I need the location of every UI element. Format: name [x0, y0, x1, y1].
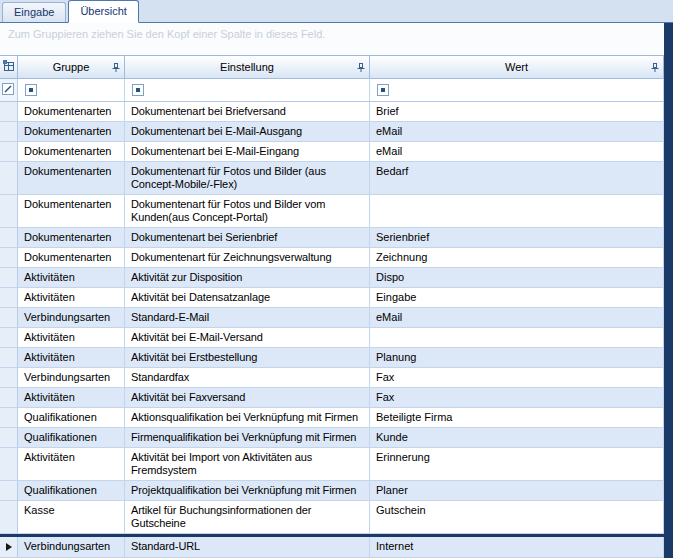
filter-box-icon[interactable]: [132, 84, 144, 96]
row-indicator: [0, 481, 18, 500]
cell-wert[interactable]: Bedarf: [370, 162, 664, 194]
row-indicator: [0, 348, 18, 367]
filter-cell-wert[interactable]: [370, 79, 664, 101]
cell-gruppe[interactable]: Verbindungsarten: [18, 368, 125, 387]
cell-wert[interactable]: Planung: [370, 348, 664, 367]
cell-einstellung[interactable]: Aktivität bei Erstbestellung: [125, 348, 370, 367]
cell-gruppe[interactable]: Verbindungsarten: [18, 537, 125, 557]
cell-wert[interactable]: Beteiligte Firma: [370, 408, 664, 427]
cell-gruppe[interactable]: Aktivitäten: [18, 448, 125, 480]
cell-gruppe[interactable]: Qualifikationen: [18, 481, 125, 500]
cell-gruppe[interactable]: Aktivitäten: [18, 348, 125, 367]
cell-wert[interactable]: Fax: [370, 368, 664, 387]
cell-gruppe[interactable]: Kasse: [18, 501, 125, 533]
cell-gruppe[interactable]: Qualifikationen: [18, 408, 125, 427]
cell-gruppe[interactable]: Dokumentenarten: [18, 122, 125, 141]
table-row[interactable]: Aktivitäten Aktivität bei E-Mail-Versand: [0, 328, 664, 348]
cell-wert[interactable]: Eingabe: [370, 288, 664, 307]
table-row[interactable]: Dokumentenarten Dokumentenart für Fotos …: [0, 162, 664, 195]
cell-einstellung[interactable]: Standardfax: [125, 368, 370, 387]
cell-einstellung[interactable]: Dokumentenart bei Briefversand: [125, 102, 370, 121]
table-row[interactable]: Aktivitäten Aktivität zur Disposition Di…: [0, 268, 664, 288]
table-row[interactable]: Dokumentenarten Dokumentenart für Fotos …: [0, 195, 664, 228]
table-row[interactable]: Dokumentenarten Dokumentenart für Zeichn…: [0, 248, 664, 268]
cell-wert[interactable]: Gutschein: [370, 501, 664, 533]
table-row[interactable]: Kasse Artikel für Buchungsinformationen …: [0, 501, 664, 534]
cell-einstellung[interactable]: Aktivität bei Import von Aktivitäten aus…: [125, 448, 370, 480]
table-row[interactable]: Qualifikationen Aktionsqualifikation bei…: [0, 408, 664, 428]
table-row[interactable]: Dokumentenarten Dokumentenart bei Briefv…: [0, 102, 664, 122]
cell-einstellung[interactable]: Standard-URL: [125, 537, 370, 557]
group-by-panel[interactable]: Zum Gruppieren ziehen Sie den Kopf einer…: [0, 23, 664, 56]
customize-grid-button[interactable]: [0, 56, 18, 79]
cell-gruppe[interactable]: Aktivitäten: [18, 328, 125, 347]
cell-einstellung[interactable]: Dokumentenart bei E-Mail-Ausgang: [125, 122, 370, 141]
table-row[interactable]: Aktivitäten Aktivität bei Erstbestellung…: [0, 348, 664, 368]
cell-einstellung[interactable]: Artikel für Buchungsinformationen der Gu…: [125, 501, 370, 533]
cell-einstellung[interactable]: Dokumentenart für Fotos und Bilder (aus …: [125, 162, 370, 194]
cell-gruppe[interactable]: Dokumentenarten: [18, 162, 125, 194]
table-row-current[interactable]: Verbindungsarten Standard-URL Internet: [0, 537, 664, 558]
cell-wert[interactable]: Kunde: [370, 428, 664, 447]
cell-einstellung[interactable]: Aktivität bei Datensatzanlage: [125, 288, 370, 307]
cell-einstellung[interactable]: Aktivität bei Faxversand: [125, 388, 370, 407]
cell-wert[interactable]: Planer: [370, 481, 664, 500]
cell-gruppe[interactable]: Aktivitäten: [18, 268, 125, 287]
cell-gruppe[interactable]: Qualifikationen: [18, 428, 125, 447]
cell-wert[interactable]: [370, 328, 664, 347]
cell-wert[interactable]: eMail: [370, 142, 664, 161]
cell-einstellung[interactable]: Standard-E-Mail: [125, 308, 370, 327]
cell-gruppe[interactable]: Dokumentenarten: [18, 248, 125, 267]
row-indicator: [0, 195, 18, 227]
filter-row-indicator[interactable]: [0, 79, 18, 101]
column-header-einstellung[interactable]: Einstellung: [125, 56, 370, 79]
tab-eingabe[interactable]: Eingabe: [2, 2, 66, 22]
pin-icon[interactable]: [650, 62, 660, 73]
cell-wert[interactable]: Erinnerung: [370, 448, 664, 480]
column-header-wert[interactable]: Wert: [370, 56, 664, 79]
cell-gruppe[interactable]: Dokumentenarten: [18, 142, 125, 161]
tab-uebersicht[interactable]: Übersicht: [68, 0, 138, 23]
cell-einstellung[interactable]: Dokumentenart für Zeichnungsverwaltung: [125, 248, 370, 267]
table-row[interactable]: Aktivitäten Aktivität bei Import von Akt…: [0, 448, 664, 481]
cell-einstellung[interactable]: Aktivität zur Disposition: [125, 268, 370, 287]
table-row[interactable]: Qualifikationen Firmenqualifikation bei …: [0, 428, 664, 448]
cell-einstellung[interactable]: Dokumentenart bei Serienbrief: [125, 228, 370, 247]
filter-cell-einstellung[interactable]: [125, 79, 370, 101]
cell-gruppe[interactable]: Aktivitäten: [18, 288, 125, 307]
filter-cell-gruppe[interactable]: [18, 79, 125, 101]
table-row[interactable]: Dokumentenarten Dokumentenart bei E-Mail…: [0, 142, 664, 162]
cell-gruppe[interactable]: Dokumentenarten: [18, 102, 125, 121]
table-row[interactable]: Qualifikationen Projektqualifikation bei…: [0, 481, 664, 501]
cell-wert[interactable]: Internet: [370, 537, 664, 557]
table-row[interactable]: Dokumentenarten Dokumentenart bei E-Mail…: [0, 122, 664, 142]
pin-icon[interactable]: [356, 62, 366, 73]
filter-box-icon[interactable]: [377, 84, 389, 96]
cell-einstellung[interactable]: Dokumentenart bei E-Mail-Eingang: [125, 142, 370, 161]
cell-wert[interactable]: Zeichnung: [370, 248, 664, 267]
filter-box-icon[interactable]: [25, 84, 37, 96]
cell-einstellung[interactable]: Aktionsqualifikation bei Verknüpfung mit…: [125, 408, 370, 427]
pin-icon[interactable]: [111, 62, 121, 73]
table-row[interactable]: Verbindungsarten Standardfax Fax: [0, 368, 664, 388]
column-header-gruppe[interactable]: Gruppe: [18, 56, 125, 79]
cell-wert[interactable]: Brief: [370, 102, 664, 121]
cell-wert[interactable]: Dispo: [370, 268, 664, 287]
table-row[interactable]: Dokumentenarten Dokumentenart bei Serien…: [0, 228, 664, 248]
cell-gruppe[interactable]: Aktivitäten: [18, 388, 125, 407]
cell-wert[interactable]: eMail: [370, 308, 664, 327]
cell-einstellung[interactable]: Aktivität bei E-Mail-Versand: [125, 328, 370, 347]
cell-gruppe[interactable]: Verbindungsarten: [18, 308, 125, 327]
table-row[interactable]: Verbindungsarten Standard-E-Mail eMail: [0, 308, 664, 328]
cell-wert[interactable]: Fax: [370, 388, 664, 407]
cell-gruppe[interactable]: Dokumentenarten: [18, 195, 125, 227]
cell-wert[interactable]: Serienbrief: [370, 228, 664, 247]
cell-wert[interactable]: eMail: [370, 122, 664, 141]
table-row[interactable]: Aktivitäten Aktivität bei Faxversand Fax: [0, 388, 664, 408]
table-row[interactable]: Aktivitäten Aktivität bei Datensatzanlag…: [0, 288, 664, 308]
cell-einstellung[interactable]: Dokumentenart für Fotos und Bilder vom K…: [125, 195, 370, 227]
cell-gruppe[interactable]: Dokumentenarten: [18, 228, 125, 247]
cell-wert[interactable]: [370, 195, 664, 227]
cell-einstellung[interactable]: Firmenqualifikation bei Verknüpfung mit …: [125, 428, 370, 447]
cell-einstellung[interactable]: Projektqualifikation bei Verknüpfung mit…: [125, 481, 370, 500]
